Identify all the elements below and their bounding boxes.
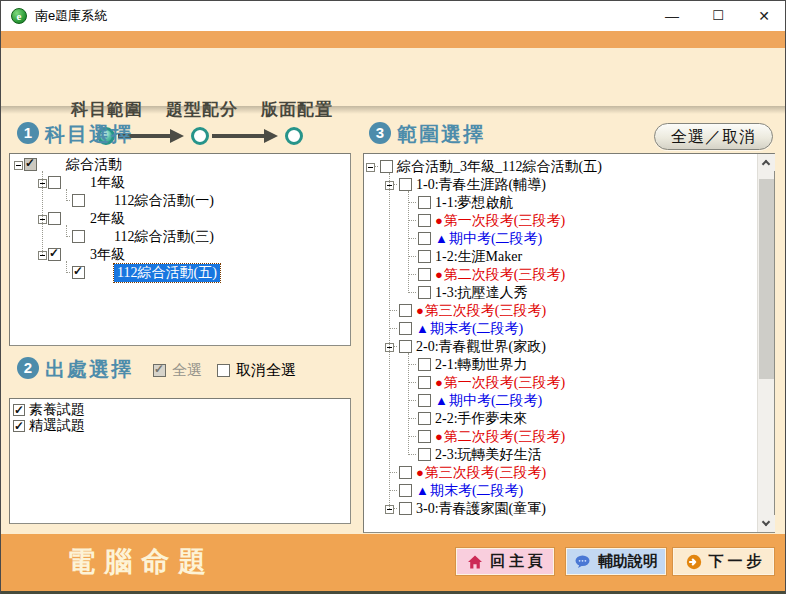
list-item-checkbox[interactable]: ✓ [13, 420, 25, 432]
tree-checkbox[interactable]: ✓ [48, 248, 61, 261]
maximize-button[interactable]: ☐ [695, 1, 741, 31]
tree-checkbox[interactable] [418, 448, 431, 461]
tree-node[interactable]: ✓3年級 [10, 246, 350, 264]
tree-checkbox[interactable] [418, 286, 431, 299]
tree-node-label[interactable]: 112綜合活動(一) [114, 192, 214, 210]
tree-node-label[interactable]: 112綜合活動(五) [114, 264, 220, 282]
close-button[interactable]: ✕ [741, 1, 786, 31]
list-item[interactable]: ✓精選試題 [13, 418, 85, 434]
tree-node[interactable]: ▲期中考(二段考) [364, 392, 774, 410]
tree-node[interactable]: 112綜合活動(三) [10, 228, 350, 246]
list-item-label: 精選試題 [29, 418, 85, 433]
tree-node[interactable]: ●第一次段考(三段考) [364, 212, 774, 230]
tree-expander-collapse-icon[interactable] [366, 163, 375, 172]
tree-node-label[interactable]: 綜合活動_3年級_112綜合活動(五) [397, 158, 602, 176]
tree-node[interactable]: 112綜合活動(一) [10, 192, 350, 210]
tree-node-label[interactable]: 3年級 [90, 246, 125, 264]
tree-node-label[interactable]: ●第一次段考(三段考) [435, 374, 565, 392]
list-item-checkbox[interactable]: ✓ [13, 404, 25, 416]
tree-node[interactable]: ●第一次段考(三段考) [364, 374, 774, 392]
tree-node[interactable]: 2年級 [10, 210, 350, 228]
tree-node-label[interactable]: 1-0:青春生涯路(輔導) [416, 176, 546, 194]
tree-node-label[interactable]: ▲期中考(二段考) [435, 392, 542, 410]
tree-checkbox[interactable] [399, 178, 412, 191]
tree-node-label[interactable]: 1-1:夢想啟航 [435, 194, 514, 212]
tree-node-label[interactable]: ●第二次段考(三段考) [435, 266, 565, 284]
tree-node[interactable]: ●第二次段考(三段考) [364, 428, 774, 446]
tree-checkbox[interactable] [399, 304, 412, 317]
tree-checkbox[interactable] [418, 412, 431, 425]
tree-checkbox[interactable] [72, 194, 85, 207]
tree-node[interactable]: 1-1:夢想啟航 [364, 194, 774, 212]
tree-checkbox[interactable] [380, 160, 393, 173]
select-all-checkbox[interactable]: ✓ [153, 364, 166, 377]
tree-node-label[interactable]: 2-0:青春觀世界(家政) [416, 338, 546, 356]
tree-node-label[interactable]: ●第二次段考(三段考) [435, 428, 565, 446]
tree-node-label[interactable]: 1年級 [90, 174, 125, 192]
tree-checkbox[interactable] [48, 212, 61, 225]
minimize-button[interactable]: — [649, 1, 695, 31]
tree-node[interactable]: ▲期末考(二段考) [364, 482, 774, 500]
tree-node-label[interactable]: ▲期末考(二段考) [416, 320, 523, 338]
tree-node-label[interactable]: ▲期中考(二段考) [435, 230, 542, 248]
tree-checkbox[interactable] [399, 502, 412, 515]
tree-node[interactable]: 3-0:青春護家園(童軍) [364, 500, 774, 518]
tree-node-label[interactable]: 1-3:抗壓達人秀 [435, 284, 528, 302]
tree-checkbox[interactable] [418, 394, 431, 407]
tree-node-label[interactable]: 綜合活動 [66, 156, 122, 174]
tree-node[interactable]: 綜合活動_3年級_112綜合活動(五) [364, 158, 774, 176]
tree-node[interactable]: ●第二次段考(三段考) [364, 266, 774, 284]
tree-checkbox[interactable]: ✓ [72, 266, 85, 279]
tree-checkbox[interactable] [399, 322, 412, 335]
tree-node-label[interactable]: 1-2:生涯Maker [435, 248, 522, 266]
tree-checkbox[interactable] [418, 214, 431, 227]
tree-node[interactable]: ●第三次段考(三段考) [364, 464, 774, 482]
tree-node[interactable]: 1-2:生涯Maker [364, 248, 774, 266]
tree-node[interactable]: 1年級 [10, 174, 350, 192]
tree-node[interactable]: ●第三次段考(三段考) [364, 302, 774, 320]
tree-node[interactable]: ✓112綜合活動(五) [10, 264, 350, 282]
tree-checkbox[interactable] [48, 176, 61, 189]
tree-checkbox[interactable] [399, 466, 412, 479]
tree-checkbox[interactable] [418, 196, 431, 209]
tree-checkbox[interactable] [418, 376, 431, 389]
tree-node[interactable]: 1-3:抗壓達人秀 [364, 284, 774, 302]
tree-node[interactable]: ▲期末考(二段考) [364, 320, 774, 338]
select-toggle-all-button[interactable]: 全選／取消 [654, 123, 773, 150]
tree-node[interactable]: 2-2:手作夢未來 [364, 410, 774, 428]
tree-checkbox[interactable] [418, 250, 431, 263]
help-button[interactable]: 輔助說明 [566, 548, 666, 575]
tree-checkbox[interactable] [72, 230, 85, 243]
next-step-button[interactable]: 下 一 步 [673, 548, 774, 575]
tree-checkbox[interactable] [418, 430, 431, 443]
tree-checkbox[interactable] [418, 268, 431, 281]
list-item[interactable]: ✓素養試題 [13, 402, 85, 418]
tree-node-label[interactable]: ●第三次段考(三段考) [416, 302, 546, 320]
tree-node-label[interactable]: 2-2:手作夢未來 [435, 410, 528, 428]
tree-node-label[interactable]: 112綜合活動(三) [114, 228, 214, 246]
tree-node-label[interactable]: ▲期末考(二段考) [416, 482, 523, 500]
tree-node-label[interactable]: 2-3:玩轉美好生活 [435, 446, 542, 464]
tree-node-label[interactable]: 2-1:轉動世界力 [435, 356, 528, 374]
deselect-all-checkbox[interactable] [217, 364, 230, 377]
red-dot-icon: ● [435, 375, 443, 390]
tree-checkbox[interactable] [418, 358, 431, 371]
tree-checkbox[interactable] [399, 484, 412, 497]
tree-node[interactable]: ✓綜合活動 [10, 156, 350, 174]
tree-node[interactable]: ▲期中考(二段考) [364, 230, 774, 248]
tree-checkbox[interactable] [418, 232, 431, 245]
tree-guide-line [389, 173, 391, 509]
tree-expander-collapse-icon[interactable] [14, 161, 23, 170]
tree-node[interactable]: 2-0:青春觀世界(家政) [364, 338, 774, 356]
tree-node[interactable]: 1-0:青春生涯路(輔導) [364, 176, 774, 194]
tree-checkbox[interactable] [399, 340, 412, 353]
tree-node[interactable]: 2-3:玩轉美好生活 [364, 446, 774, 464]
tree-node-label[interactable]: ●第三次段考(三段考) [416, 464, 546, 482]
tree-node[interactable]: 2-1:轉動世界力 [364, 356, 774, 374]
tree-checkbox[interactable]: ✓ [24, 158, 37, 171]
tree-node-label[interactable]: 2年級 [90, 210, 125, 228]
tree-node-label[interactable]: 3-0:青春護家園(童軍) [416, 500, 546, 518]
home-button[interactable]: 回 主 頁 [456, 548, 554, 575]
list-item-label: 素養試題 [29, 402, 85, 417]
tree-node-label[interactable]: ●第一次段考(三段考) [435, 212, 565, 230]
